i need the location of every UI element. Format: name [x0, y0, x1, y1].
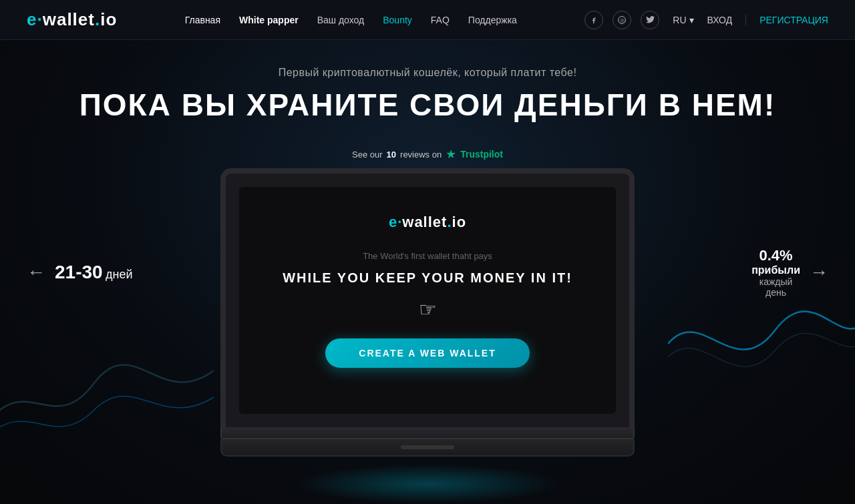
- profit-sub2: день: [765, 287, 786, 298]
- logo: e·wallet.io: [27, 9, 117, 30]
- logo-dot2: .: [95, 9, 100, 29]
- laptop-sub-text: The World's first wallet thaht pays: [363, 251, 492, 261]
- reddit-icon[interactable]: ◎: [613, 11, 631, 29]
- language-selector[interactable]: RU ▾: [673, 15, 693, 25]
- laptop-logo-dot2: .: [447, 214, 452, 230]
- right-stat-inner: 0.4% прибыли каждый день: [751, 247, 800, 298]
- create-web-wallet-button[interactable]: CREATE A WEB WALLET: [325, 338, 529, 368]
- hero-subtitle: Первый криптовалютный кошелёк, который п…: [279, 67, 577, 79]
- profit-sub1: каждый: [759, 276, 793, 287]
- chevron-down-icon: ▾: [689, 15, 694, 25]
- nav-whitepapper[interactable]: White papper: [239, 15, 299, 25]
- laptop-logo-wallet: wallet: [402, 214, 447, 230]
- hero-section: Первый криптовалютный кошелёк, который п…: [0, 40, 855, 504]
- register-button[interactable]: РЕГИСТРАЦИЯ: [745, 15, 828, 25]
- profit-percent: 0.4%: [759, 247, 793, 264]
- nav-support[interactable]: Поддержка: [468, 15, 517, 25]
- days-range: 21-30: [55, 262, 103, 282]
- nav-bounty[interactable]: Bounty: [383, 15, 412, 25]
- hero-title: ПОКА ВЫ ХРАНИТЕ СВОИ ДЕНЬГИ В НЕМ!: [79, 87, 776, 123]
- bottom-glow: [294, 464, 561, 504]
- nav-faq[interactable]: FAQ: [431, 15, 450, 25]
- main-nav: Главная White papper Ваш доход Bounty FA…: [185, 15, 517, 25]
- nav-income[interactable]: Ваш доход: [317, 15, 365, 25]
- lang-label: RU: [673, 15, 686, 25]
- laptop-logo-io: io: [452, 214, 467, 230]
- laptop-bottom: [220, 439, 635, 457]
- facebook-icon[interactable]: [584, 11, 603, 29]
- social-icons: ◎: [584, 11, 659, 29]
- left-stat-block: ← 21-30 дней: [27, 262, 133, 283]
- laptop-main-text: WHILE YOU KEEP YOUR MONEY IN IT!: [283, 270, 572, 286]
- laptop-notch: [401, 445, 454, 449]
- hand-pointer-icon: ☞: [419, 298, 437, 321]
- next-arrow-icon[interactable]: →: [810, 262, 828, 283]
- logo-wallet: wallet: [43, 9, 95, 29]
- twitter-icon[interactable]: [641, 11, 659, 29]
- trustpilot-suffix: reviews on: [400, 150, 442, 160]
- login-button[interactable]: ВХОД: [707, 15, 733, 25]
- laptop-logo: e·wallet.io: [389, 214, 466, 231]
- trustpilot-count: 10: [387, 150, 396, 160]
- wave-right-decoration: [668, 290, 855, 437]
- left-stat-text: 21-30 дней: [55, 262, 133, 283]
- trustpilot-star-icon: ★: [446, 147, 456, 162]
- header-right: ◎ RU ▾ ВХОД РЕГИСТРАЦИЯ: [584, 11, 828, 29]
- prev-arrow-icon[interactable]: ←: [27, 262, 45, 283]
- profit-label: прибыли: [751, 264, 800, 276]
- svg-text:◎: ◎: [620, 17, 625, 23]
- laptop-mockup: e·wallet.io The World's first wallet tha…: [220, 168, 635, 457]
- header: e·wallet.io Главная White papper Ваш дох…: [0, 0, 855, 40]
- wave-left-decoration: [0, 317, 214, 451]
- laptop-logo-e: e: [389, 214, 397, 230]
- laptop-screen-inner: e·wallet.io The World's first wallet tha…: [239, 187, 616, 414]
- logo-dot1: ·: [37, 9, 42, 29]
- right-stat-block: 0.4% прибыли каждый день →: [751, 247, 828, 298]
- logo-e: e: [27, 9, 37, 29]
- nav-home[interactable]: Главная: [185, 15, 220, 25]
- logo-io: io: [100, 9, 117, 29]
- trustpilot-bar: See our 10 reviews on ★ Trustpilot: [352, 147, 503, 162]
- days-unit: дней: [106, 268, 133, 281]
- trustpilot-prefix: See our: [352, 150, 383, 160]
- laptop-screen-outer: e·wallet.io The World's first wallet tha…: [220, 168, 635, 427]
- trustpilot-brand: Trustpilot: [460, 149, 503, 160]
- laptop-base: [220, 427, 635, 439]
